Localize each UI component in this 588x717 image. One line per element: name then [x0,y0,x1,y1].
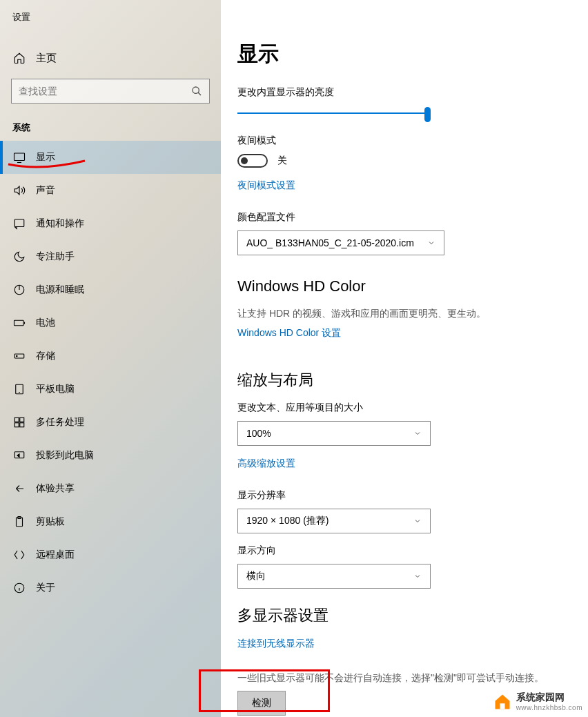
info-icon [12,581,26,595]
svg-point-0 [193,87,199,93]
multi-display-desc: 一些旧式显示器可能不会进行自动连接，选择"检测"即可尝试手动连接。 [237,671,588,685]
multitask-icon [12,415,26,429]
sidebar-item-label: 关于 [36,582,55,594]
chevron-down-icon [413,517,422,525]
svg-rect-2 [14,153,25,161]
watermark-icon [493,692,512,711]
sidebar-item-about[interactable]: 关于 [0,571,221,605]
sidebar-item-power[interactable]: 电源和睡眠 [0,273,221,306]
search-icon [191,86,202,97]
home-nav[interactable]: 主页 [0,43,221,73]
watermark: 系统家园网 www.hnzkhbsb.com [493,691,582,711]
sidebar-item-tablet[interactable]: 平板电脑 [0,373,221,406]
display-icon [12,150,26,164]
night-mode-toggle[interactable] [237,154,268,168]
sidebar-item-label: 投影到此电脑 [36,449,94,462]
home-icon [12,51,26,65]
svg-rect-24 [500,703,504,709]
svg-marker-4 [14,186,19,195]
toggle-knob [241,157,248,164]
slider-track [237,112,431,114]
sidebar-item-label: 多任务处理 [36,416,84,429]
sidebar-item-label: 声音 [36,184,55,197]
wireless-link[interactable]: 连接到无线显示器 [237,638,315,650]
sidebar-item-label: 剪贴板 [36,515,65,528]
scale-label: 更改文本、应用等项目的大小 [237,402,588,414]
sidebar-item-multitask[interactable]: 多任务处理 [0,406,221,439]
toggle-state: 关 [277,155,287,167]
chevron-down-icon [413,429,422,438]
sidebar-item-label: 显示 [36,151,55,164]
search-box[interactable] [11,79,210,104]
sidebar-item-storage[interactable]: 存储 [0,340,221,373]
svg-rect-16 [14,423,19,427]
dropdown-value: 100% [246,428,271,439]
remote-icon [12,548,26,562]
slider-thumb[interactable] [424,107,431,122]
sidebar: 设置 主页 系统 显示 声音 通知和操作 [0,0,221,717]
search-input[interactable] [19,86,191,97]
resolution-dropdown[interactable]: 1920 × 1080 (推荐) [237,509,431,533]
hd-color-link[interactable]: Windows HD Color 设置 [237,327,341,340]
main-content: 显示 更改内置显示器的亮度 夜间模式 关 夜间模式设置 颜色配置文件 AUO_ … [221,0,588,717]
sidebar-item-label: 存储 [36,350,55,362]
sidebar-item-battery[interactable]: 电池 [0,306,221,340]
svg-rect-8 [14,320,24,326]
home-label: 主页 [36,52,57,65]
svg-rect-15 [20,418,24,422]
scale-dropdown[interactable]: 100% [237,421,431,446]
scale-link[interactable]: 高级缩放设置 [237,458,295,470]
dropdown-value: AUO_ B133HAN05_C_21-05-2020.icm [246,237,414,248]
scale-title: 缩放与布局 [237,370,588,391]
share-icon [12,482,26,495]
sidebar-item-label: 电源和睡眠 [36,284,84,296]
sidebar-item-display[interactable]: 显示 [0,141,221,174]
category-label: 系统 [0,109,221,141]
sidebar-item-label: 平板电脑 [36,383,75,395]
sidebar-item-label: 远程桌面 [36,549,75,561]
color-profile-dropdown[interactable]: AUO_ B133HAN05_C_21-05-2020.icm [237,230,444,255]
night-mode-toggle-row: 关 [237,154,588,168]
brightness-label: 更改内置显示器的亮度 [237,86,588,99]
svg-point-11 [17,355,18,357]
sidebar-item-notifications[interactable]: 通知和操作 [0,207,221,240]
project-icon [12,449,26,462]
sidebar-item-label: 专注助手 [36,251,75,263]
storage-icon [12,349,26,363]
sidebar-item-label: 通知和操作 [36,217,84,230]
svg-rect-17 [20,423,24,427]
hd-color-desc: 让支持 HDR 的视频、游戏和应用的画面更明亮、更生动。 [237,306,588,321]
sidebar-item-focus[interactable]: 专注助手 [0,240,221,273]
night-mode-label: 夜间模式 [237,135,588,147]
svg-rect-5 [14,219,24,227]
dropdown-value: 1920 × 1080 (推荐) [246,515,329,527]
sidebar-item-project[interactable]: 投影到此电脑 [0,439,221,472]
resolution-label: 显示分辨率 [237,489,588,502]
brightness-slider[interactable] [237,106,431,122]
detect-button[interactable]: 检测 [237,691,286,716]
sidebar-item-remote[interactable]: 远程桌面 [0,538,221,571]
power-icon [12,283,26,297]
clipboard-icon [12,515,26,529]
hd-color-title: Windows HD Color [237,277,588,295]
watermark-sub: www.hnzkhbsb.com [516,704,582,711]
svg-line-1 [198,92,201,95]
dropdown-value: 横向 [246,570,266,582]
sidebar-item-sound[interactable]: 声音 [0,174,221,207]
sound-icon [12,184,26,197]
sidebar-item-clipboard[interactable]: 剪贴板 [0,505,221,538]
chevron-down-icon [427,239,435,247]
sidebar-item-label: 体验共享 [36,482,75,495]
orientation-dropdown[interactable]: 横向 [237,564,431,589]
moon-icon [12,250,26,264]
battery-icon [12,316,26,330]
sidebar-item-share[interactable]: 体验共享 [0,472,221,505]
color-profile-label: 颜色配置文件 [237,211,588,224]
tablet-icon [12,382,26,396]
notification-icon [12,217,26,230]
watermark-title: 系统家园网 [516,691,582,704]
chevron-down-icon [413,572,422,580]
night-mode-settings-link[interactable]: 夜间模式设置 [237,179,295,192]
app-title: 设置 [0,0,221,23]
multi-display-title: 多显示器设置 [237,605,588,626]
